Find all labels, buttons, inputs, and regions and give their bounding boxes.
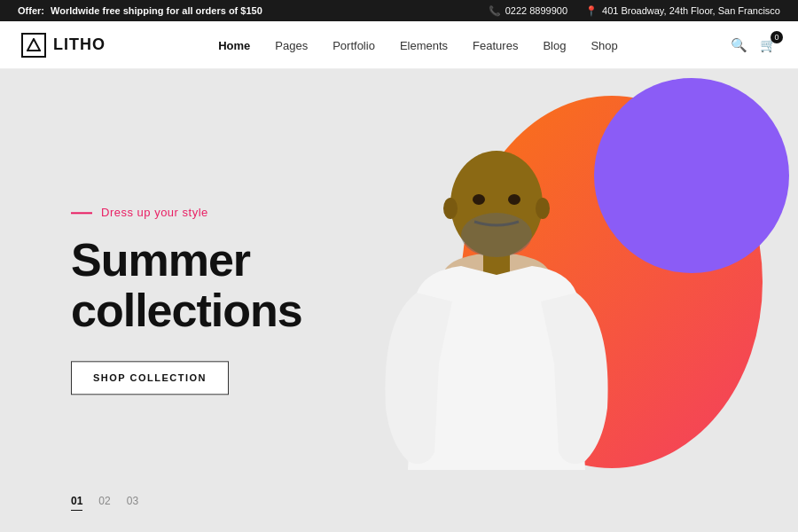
navbar-actions: 🔍 🛒 0 bbox=[731, 37, 777, 53]
main-nav: Home Pages Portfolio Elements Features B… bbox=[218, 37, 618, 53]
search-icon: 🔍 bbox=[731, 37, 747, 52]
nav-link-pages[interactable]: Pages bbox=[275, 39, 308, 52]
contact-info: 📞 0222 8899900 📍 401 Broadway, 24th Floo… bbox=[489, 5, 780, 17]
search-button[interactable]: 🔍 bbox=[731, 37, 747, 53]
nav-link-shop[interactable]: Shop bbox=[591, 39, 617, 52]
phone-icon: 📞 bbox=[489, 5, 501, 17]
nav-link-features[interactable]: Features bbox=[473, 39, 518, 52]
nav-link-portfolio[interactable]: Portfolio bbox=[332, 39, 375, 52]
nav-item-shop[interactable]: Shop bbox=[591, 37, 617, 53]
nav-link-elements[interactable]: Elements bbox=[400, 39, 448, 52]
nav-item-blog[interactable]: Blog bbox=[543, 37, 566, 53]
hero-tagline: Dress up your style bbox=[71, 206, 302, 219]
nav-item-features[interactable]: Features bbox=[473, 37, 518, 53]
svg-point-8 bbox=[536, 198, 550, 219]
slide-indicators: 01 02 03 bbox=[71, 495, 138, 507]
nav-item-home[interactable]: Home bbox=[218, 37, 250, 53]
nav-link-home[interactable]: Home bbox=[218, 39, 250, 52]
cart-button[interactable]: 🛒 0 bbox=[760, 37, 777, 53]
hero-title-line1: Summer bbox=[71, 234, 250, 286]
svg-marker-0 bbox=[27, 39, 40, 51]
slide-dot-1[interactable]: 01 bbox=[71, 495, 82, 507]
nav-item-pages[interactable]: Pages bbox=[275, 37, 308, 53]
hero-person-image bbox=[337, 98, 656, 532]
nav-item-elements[interactable]: Elements bbox=[400, 37, 448, 53]
announcement-bar: Offer: Worldwide free shipping for all o… bbox=[0, 0, 798, 21]
svg-point-7 bbox=[443, 198, 458, 219]
offer-label: Offer: bbox=[18, 5, 44, 16]
tagline-text: Dress up your style bbox=[101, 206, 208, 219]
slide-dot-2[interactable]: 02 bbox=[98, 495, 110, 507]
location-icon: 📍 bbox=[585, 5, 598, 17]
address-contact: 📍 401 Broadway, 24th Floor, San Francisc… bbox=[585, 5, 780, 17]
svg-point-4 bbox=[473, 194, 485, 205]
tagline-line-decoration bbox=[71, 212, 92, 214]
hero-title-line2: collections bbox=[71, 286, 302, 337]
offer-text: Offer: Worldwide free shipping for all o… bbox=[18, 5, 266, 16]
phone-number: 0222 8899900 bbox=[505, 5, 567, 16]
navbar: LITHO Home Pages Portfolio Elements Feat… bbox=[0, 21, 798, 69]
phone-contact: 📞 0222 8899900 bbox=[489, 5, 567, 17]
cart-count: 0 bbox=[771, 31, 783, 43]
address-text: 401 Broadway, 24th Floor, San Francisco bbox=[602, 5, 780, 16]
hero-title: Summer collections bbox=[71, 235, 302, 336]
logo[interactable]: LITHO bbox=[21, 33, 106, 58]
svg-point-5 bbox=[508, 194, 520, 205]
logo-text: LITHO bbox=[53, 35, 106, 54]
shop-collection-button[interactable]: SHOP COLLECTION bbox=[71, 362, 229, 395]
offer-description: Worldwide free shipping for all orders o… bbox=[51, 5, 262, 16]
logo-icon bbox=[21, 33, 46, 58]
nav-link-blog[interactable]: Blog bbox=[543, 39, 566, 52]
hero-section: Dress up your style Summer collections S… bbox=[0, 69, 798, 532]
hero-content: Dress up your style Summer collections S… bbox=[71, 206, 302, 395]
nav-item-portfolio[interactable]: Portfolio bbox=[332, 37, 375, 53]
svg-point-6 bbox=[461, 213, 532, 257]
slide-dot-3[interactable]: 03 bbox=[127, 495, 138, 507]
